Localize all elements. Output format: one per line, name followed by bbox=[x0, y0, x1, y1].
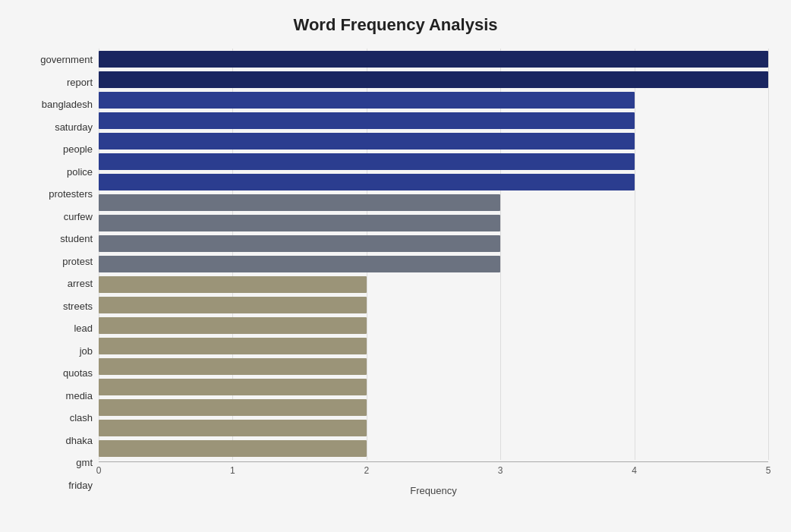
y-label-protesters: protesters bbox=[23, 184, 93, 204]
y-label-curfew: curfew bbox=[23, 206, 93, 227]
y-label-clash: clash bbox=[23, 408, 93, 428]
bar-arrest bbox=[99, 256, 500, 272]
bars-and-axes: 012345 Frequency bbox=[99, 49, 768, 496]
bar-row-lead bbox=[99, 294, 768, 315]
y-label-people: people bbox=[23, 139, 93, 159]
bar-row-curfew bbox=[99, 192, 768, 212]
bar-people bbox=[99, 133, 635, 150]
y-label-protest: protest bbox=[23, 251, 93, 272]
bar-row-government bbox=[99, 49, 768, 69]
chart-area: governmentreportbangladeshsaturdaypeople… bbox=[23, 49, 768, 496]
bar-row-clash bbox=[99, 376, 768, 397]
y-label-police: police bbox=[23, 162, 93, 182]
y-label-media: media bbox=[23, 386, 93, 406]
bar-row-quotas bbox=[99, 335, 768, 356]
x-tick-2: 2 bbox=[364, 465, 369, 476]
x-tick-0: 0 bbox=[96, 465, 102, 476]
bar-row-saturday bbox=[99, 110, 768, 131]
y-label-bangladesh: bangladesh bbox=[23, 94, 93, 115]
bar-clash bbox=[99, 379, 367, 395]
bar-row-report bbox=[99, 69, 768, 90]
x-tick-5: 5 bbox=[766, 465, 771, 476]
bar-row-job bbox=[99, 315, 768, 335]
y-label-friday: friday bbox=[23, 475, 93, 496]
bar-lead bbox=[99, 297, 367, 313]
bar-row-bangladesh bbox=[99, 90, 768, 110]
bar-curfew bbox=[99, 194, 500, 211]
chart-container: Word Frequency Analysis governmentreport… bbox=[0, 0, 791, 532]
bar-dhaka bbox=[99, 399, 367, 416]
bar-row-dhaka bbox=[99, 397, 768, 417]
bar-government bbox=[99, 51, 768, 68]
x-tick-1: 1 bbox=[230, 465, 235, 476]
bar-job bbox=[99, 317, 367, 334]
bar-row-police bbox=[99, 151, 768, 172]
bar-row-media bbox=[99, 356, 768, 376]
bar-row-friday bbox=[99, 438, 768, 458]
bar-student bbox=[99, 215, 500, 231]
y-label-lead: lead bbox=[23, 318, 93, 338]
x-axis-label: Frequency bbox=[99, 485, 768, 496]
bar-protesters bbox=[99, 174, 635, 190]
bar-quotas bbox=[99, 338, 367, 354]
bar-row-student bbox=[99, 212, 768, 233]
y-label-job: job bbox=[23, 341, 93, 361]
x-tick-3: 3 bbox=[498, 465, 503, 476]
bar-row-streets bbox=[99, 274, 768, 294]
y-label-quotas: quotas bbox=[23, 363, 93, 383]
y-label-arrest: arrest bbox=[23, 273, 93, 294]
x-tick-4: 4 bbox=[632, 465, 637, 476]
bar-row-protesters bbox=[99, 172, 768, 192]
bar-bangladesh bbox=[99, 92, 635, 109]
bar-streets bbox=[99, 276, 367, 293]
y-label-report: report bbox=[23, 72, 93, 93]
bar-row-gmt bbox=[99, 417, 768, 438]
bar-gmt bbox=[99, 420, 367, 436]
y-label-gmt: gmt bbox=[23, 452, 93, 473]
y-label-student: student bbox=[23, 228, 93, 249]
bar-row-protest bbox=[99, 233, 768, 253]
y-label-government: government bbox=[23, 49, 93, 70]
bar-saturday bbox=[99, 112, 635, 129]
y-label-dhaka: dhaka bbox=[23, 430, 93, 451]
x-axis: 012345 bbox=[99, 461, 768, 480]
bar-protest bbox=[99, 235, 500, 252]
y-labels: governmentreportbangladeshsaturdaypeople… bbox=[23, 49, 99, 496]
chart-title: Word Frequency Analysis bbox=[23, 15, 768, 35]
bar-row-people bbox=[99, 131, 768, 151]
bar-friday bbox=[99, 440, 367, 457]
bar-row-arrest bbox=[99, 253, 768, 274]
bar-media bbox=[99, 358, 367, 375]
y-label-streets: streets bbox=[23, 296, 93, 316]
bar-report bbox=[99, 71, 768, 88]
y-label-saturday: saturday bbox=[23, 117, 93, 137]
bars-wrapper bbox=[99, 49, 768, 460]
bar-police bbox=[99, 153, 635, 170]
grid-line-5 bbox=[768, 49, 769, 460]
